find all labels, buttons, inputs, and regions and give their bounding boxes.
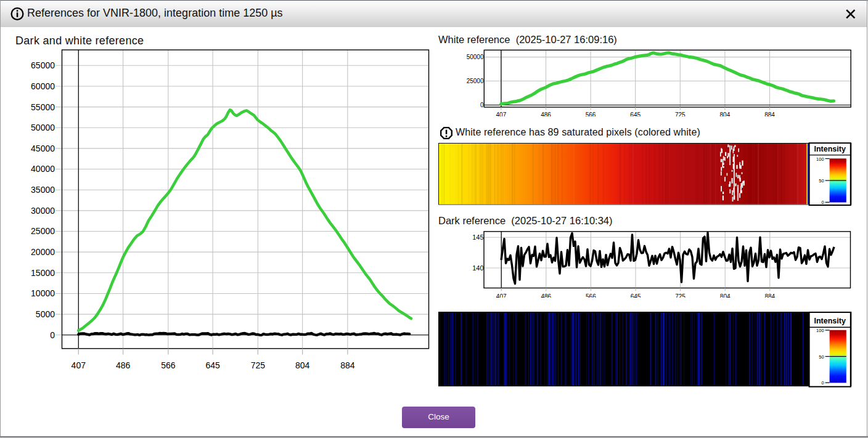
svg-text:486: 486 — [541, 293, 551, 298]
svg-text:566: 566 — [586, 293, 596, 298]
svg-text:50: 50 — [819, 178, 824, 184]
svg-text:Intensity: Intensity — [814, 317, 845, 325]
svg-text:100: 100 — [816, 328, 824, 333]
svg-text:50: 50 — [819, 354, 824, 360]
svg-text:Intensity: Intensity — [814, 145, 845, 153]
svg-text:0: 0 — [821, 200, 824, 205]
svg-text:407: 407 — [496, 293, 507, 298]
svg-text:140: 140 — [472, 264, 483, 272]
svg-text:725: 725 — [675, 293, 686, 298]
svg-text:804: 804 — [720, 293, 731, 298]
svg-text:145: 145 — [472, 233, 483, 241]
svg-text:0: 0 — [821, 380, 824, 386]
svg-text:884: 884 — [764, 293, 775, 298]
svg-text:100: 100 — [816, 156, 824, 162]
svg-text:645: 645 — [631, 293, 641, 298]
